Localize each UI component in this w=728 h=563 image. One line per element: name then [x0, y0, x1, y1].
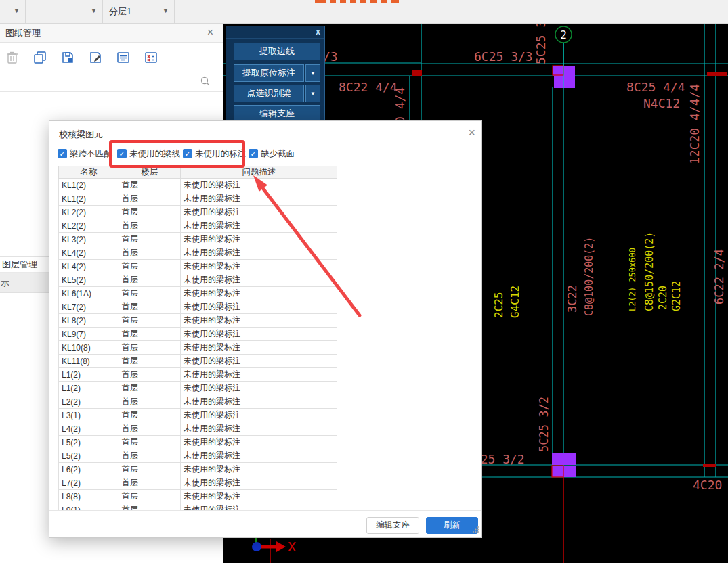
table-cell: 未使用的梁标注	[181, 179, 338, 192]
table-cell: 首层	[119, 463, 181, 476]
table-cell: 首层	[119, 328, 181, 341]
rename-icon[interactable]	[86, 48, 105, 67]
table-cell: 未使用的梁标注	[181, 341, 338, 355]
table-cell: 未使用的梁标注	[181, 192, 338, 206]
table-cell: 未使用的梁标注	[181, 449, 338, 463]
drawing-panel-toolbar	[0, 43, 223, 71]
table-cell: L2(2)	[59, 395, 119, 409]
cad-label-4c20: 4C20	[693, 478, 722, 492]
table-cell: L1(2)	[59, 368, 119, 382]
table-row[interactable]: L5(2)首层未使用的梁标注	[59, 436, 338, 449]
cad-label-slash3: /3	[323, 49, 338, 64]
table-row[interactable]: KL4(2)首层未使用的梁标注	[59, 260, 338, 273]
checkbox-unused-annotation[interactable]: ✓ 未使用的标注	[183, 148, 246, 159]
cad-label-5c25-3: 5C25 3	[534, 24, 548, 64]
close-icon[interactable]: x	[316, 27, 320, 37]
chevron-down-icon: ▼	[91, 7, 97, 14]
layers-icon[interactable]	[30, 48, 49, 67]
close-icon[interactable]: ×	[468, 126, 475, 140]
checklist-icon[interactable]	[142, 48, 160, 67]
table-row[interactable]: KL1(2)首层未使用的梁标注	[59, 179, 338, 192]
table-row[interactable]: L8(8)首层未使用的梁标注	[59, 490, 338, 503]
table-row[interactable]: L5(2)首层未使用的梁标注	[59, 449, 338, 463]
table-row[interactable]: KL2(2)首层未使用的梁标注	[59, 219, 338, 233]
table-cell: 未使用的梁标注	[181, 368, 338, 382]
resize-grip-icon[interactable]	[473, 523, 479, 535]
toolbar-combo-1[interactable]: ▼	[0, 0, 26, 23]
table-row[interactable]: KL8(2)首层未使用的梁标注	[59, 314, 338, 328]
refresh-button[interactable]: 刷新	[426, 517, 478, 534]
extract-insitu-dropdown[interactable]: ▼	[305, 64, 320, 82]
table-cell: 首层	[119, 395, 181, 409]
table-row[interactable]: L1(2)首层未使用的梁标注	[59, 382, 338, 395]
cad-label-c8-150: C8@150/200(2)	[643, 232, 656, 311]
table-cell: 未使用的梁标注	[181, 233, 338, 246]
table-cell: L9(1)	[59, 503, 119, 511]
table-cell: KL4(2)	[59, 246, 119, 260]
search-row	[0, 71, 223, 92]
document-icon[interactable]	[114, 48, 133, 67]
cad-label-6c22: 6C22 2/4	[712, 249, 726, 305]
table-row[interactable]: L1(2)首层未使用的梁标注	[59, 368, 338, 382]
table-row[interactable]: KL4(2)首层未使用的梁标注	[59, 246, 338, 260]
table-row[interactable]: L2(2)首层未使用的梁标注	[59, 395, 338, 409]
checkbox-checked-icon: ✓	[249, 149, 258, 158]
table-row[interactable]: L9(1)首层未使用的梁标注	[59, 503, 338, 511]
table-row[interactable]: L4(2)首层未使用的梁标注	[59, 422, 338, 436]
table-cell: 首层	[119, 192, 181, 206]
save-icon[interactable]	[58, 48, 77, 67]
table-row[interactable]: KL5(2)首层未使用的梁标注	[59, 273, 338, 287]
pick-identify-beam-button[interactable]: 点选识别梁	[234, 85, 304, 102]
table-row[interactable]: KL1(2)首层未使用的梁标注	[59, 192, 338, 206]
delete-icon[interactable]	[3, 48, 22, 67]
table-row[interactable]: KL2(2)首层未使用的梁标注	[59, 206, 338, 219]
table-cell: KL1(2)	[59, 179, 119, 192]
table-row[interactable]: L7(2)首层未使用的梁标注	[59, 476, 338, 490]
axis-x-label: X	[288, 539, 296, 555]
table-cell: 未使用的梁标注	[181, 436, 338, 449]
table-row[interactable]: KL10(8)首层未使用的梁标注	[59, 341, 338, 355]
search-input[interactable]	[0, 71, 223, 91]
axis-bubble-label: 2	[560, 28, 567, 41]
table-cell: 未使用的梁标注	[181, 422, 338, 436]
table-cell: KL11(8)	[59, 355, 119, 368]
checkbox-missing-section[interactable]: ✓ 缺少截面	[249, 148, 295, 159]
table-cell: 未使用的梁标注	[181, 219, 338, 233]
table-row[interactable]: KL9(7)首层未使用的梁标注	[59, 328, 338, 341]
identify-beam-titlebar[interactable]: x	[226, 26, 324, 39]
extract-insitu-annotation-button[interactable]: 提取原位标注	[234, 64, 304, 82]
table-cell: 首层	[119, 287, 181, 300]
table-cell: L1(2)	[59, 382, 119, 395]
checkbox-span-mismatch[interactable]: ✓ 梁跨不匹配	[58, 148, 112, 159]
table-row[interactable]: L3(1)首层未使用的梁标注	[59, 409, 338, 422]
top-toolbar: ▼ ▼ 分层1 ▼	[0, 0, 728, 24]
cad-label-0-44: 0 4/4	[393, 87, 407, 124]
table-cell: KL7(2)	[59, 300, 119, 314]
chevron-down-icon: ▼	[14, 7, 20, 14]
table-cell: KL8(2)	[59, 314, 119, 328]
checkbox-unused-beam-line[interactable]: ✓ 未使用的梁线	[117, 148, 180, 159]
dialog-title: 校核梁图元	[59, 129, 103, 141]
layer-selector-combo[interactable]: 分层1 ▼	[103, 0, 175, 23]
issue-table[interactable]: 名称 楼层 问题描述 KL1(2)首层未使用的梁标注KL1(2)首层未使用的梁标…	[58, 166, 337, 510]
cad-label-c8-100: C8@100/200(2)	[583, 237, 595, 316]
chevron-down-icon: ▼	[163, 7, 169, 14]
table-row[interactable]: L6(2)首层未使用的梁标注	[59, 463, 338, 476]
toolbar-combo-2[interactable]: ▼	[26, 0, 103, 23]
table-cell: KL2(2)	[59, 219, 119, 233]
table-cell: L5(2)	[59, 449, 119, 463]
table-row[interactable]: KL11(8)首层未使用的梁标注	[59, 355, 338, 368]
table-row[interactable]: KL6(1A)首层未使用的梁标注	[59, 287, 338, 300]
table-cell: 未使用的梁标注	[181, 300, 338, 314]
table-cell: KL6(1A)	[59, 287, 119, 300]
pick-identify-dropdown[interactable]: ▼	[305, 85, 320, 102]
table-row[interactable]: KL3(2)首层未使用的梁标注	[59, 233, 338, 246]
edit-support-button[interactable]: 编辑支座	[366, 517, 419, 534]
table-row[interactable]: KL7(2)首层未使用的梁标注	[59, 300, 338, 314]
extract-edge-button[interactable]: 提取边线	[234, 43, 320, 60]
close-icon[interactable]: ×	[207, 26, 213, 39]
cad-label-g4c12: G4C12	[509, 286, 521, 318]
table-cell: 首层	[119, 368, 181, 382]
table-cell: KL3(2)	[59, 233, 119, 246]
table-cell: L4(2)	[59, 422, 119, 436]
